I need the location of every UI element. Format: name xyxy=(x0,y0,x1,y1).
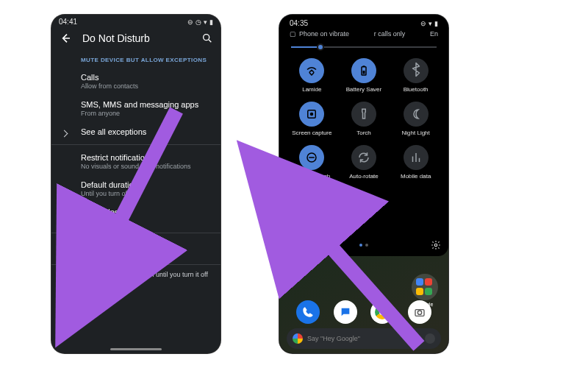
qs-tile-label: Mobile data xyxy=(401,173,431,180)
dnd-status-icon: ⊖ xyxy=(420,20,426,27)
folder-app-icon xyxy=(416,288,423,295)
bluetooth-icon xyxy=(404,58,429,83)
qs-tile-torch[interactable]: Torch xyxy=(339,102,390,142)
rotate-icon xyxy=(351,145,376,170)
vibrate-icon: ▢ xyxy=(290,30,296,38)
dnd-status-icon: ⊖ xyxy=(187,18,193,26)
qs-tile-label: Auto-rotate xyxy=(349,173,379,180)
search-button[interactable] xyxy=(201,32,213,44)
battery-icon: ▮ xyxy=(434,20,438,27)
moon-icon xyxy=(404,102,429,127)
row-duration-sub: Until you turn off xyxy=(81,190,213,197)
status-time: 04:41 xyxy=(59,18,77,26)
dock xyxy=(279,300,448,324)
qs-tile-auto-rotate[interactable]: Auto-rotate xyxy=(339,145,390,185)
settings-button[interactable] xyxy=(431,240,441,250)
folder-app-icon xyxy=(425,278,432,286)
status-bar: 04:41 ⊖ ◷ ▾ ▮ xyxy=(51,15,220,27)
messages-icon xyxy=(340,306,351,318)
page-title: Do Not Disturb xyxy=(82,32,201,44)
brightness-slider[interactable] xyxy=(291,42,437,52)
mic-icon xyxy=(425,333,435,344)
qs-tile-do-not-disturb[interactable]: Do not disturb xyxy=(287,145,337,185)
phone-app[interactable] xyxy=(296,300,320,324)
svg-point-0 xyxy=(204,35,209,40)
qs-header-left: Phone on vibrate xyxy=(299,30,349,38)
info-footer: i Do Not Disturb will stay on until you … xyxy=(51,264,220,286)
row-calls[interactable]: Calls Allow from contacts xyxy=(51,68,220,95)
status-time: 04:35 xyxy=(290,19,308,27)
svg-point-8 xyxy=(434,244,437,247)
divider xyxy=(51,233,220,233)
capture-icon xyxy=(299,102,324,127)
row-sms[interactable]: SMS, MMS and messaging apps From anyone xyxy=(51,95,220,122)
row-calls-label: Calls xyxy=(81,73,213,82)
row-restrict-label: Restrict notifications xyxy=(81,153,213,162)
svg-point-5 xyxy=(310,113,314,116)
row-see-all-label: See all exceptions xyxy=(81,127,213,136)
phone-icon xyxy=(302,306,314,318)
qs-tile-night-light[interactable]: Night Light xyxy=(390,102,441,142)
edit-tiles-button[interactable] xyxy=(287,240,297,250)
messages-app[interactable] xyxy=(334,300,357,324)
home-indicator[interactable] xyxy=(110,348,162,350)
wifi-icon: ▾ xyxy=(429,20,432,27)
torch-icon xyxy=(351,102,376,127)
row-default-duration[interactable]: Default duration Until you turn off xyxy=(51,175,220,202)
qs-tile-screen-capture[interactable]: Screen capture xyxy=(287,102,337,142)
google-search-bar[interactable]: Say "Hey Google" xyxy=(287,328,441,349)
qs-tile-label: Do not disturb xyxy=(293,173,330,180)
arrow-left-icon xyxy=(60,32,71,44)
svg-point-10 xyxy=(417,311,421,314)
app-bar: Do Not Disturb xyxy=(51,27,220,49)
battery-icon: ▮ xyxy=(209,18,213,26)
row-schedules-sub: Never xyxy=(81,217,213,224)
folder-app-icon xyxy=(425,288,432,295)
divider xyxy=(51,144,220,145)
qs-tile-label: Night Light xyxy=(402,130,430,136)
row-restrict-sub: No visuals or sound from notifications xyxy=(81,163,213,170)
status-icons: ⊖ ◷ ▾ ▮ xyxy=(187,18,213,26)
qs-footer xyxy=(279,238,448,252)
phone-settings-dnd: 04:41 ⊖ ◷ ▾ ▮ Do Not Disturb MUTE DEVICE… xyxy=(51,15,220,353)
info-icon: i xyxy=(60,271,69,280)
row-schedules-label: Schedules xyxy=(81,208,213,216)
section-header: MUTE DEVICE BUT ALLOW EXCEPTIONS xyxy=(51,49,220,68)
camera-icon xyxy=(414,306,426,318)
qs-tile-lamide[interactable]: Lamide xyxy=(287,58,337,99)
back-button[interactable] xyxy=(59,32,72,45)
qs-tile-bluetooth[interactable]: Bluetooth xyxy=(390,58,441,99)
status-bar: 04:35 ⊖ ▾ ▮ xyxy=(284,18,444,29)
clock-icon: ◷ xyxy=(196,18,201,26)
row-sms-label: SMS, MMS and messaging apps xyxy=(81,100,213,109)
qs-tile-label: Screen capture xyxy=(292,130,331,136)
info-text: Do Not Disturb will stay on until you tu… xyxy=(76,271,208,278)
row-see-all-exceptions[interactable]: See all exceptions xyxy=(51,122,220,141)
search-placeholder: Say "Hey Google" xyxy=(307,335,360,342)
qs-header-mid: r calls only xyxy=(374,30,406,38)
camera-app[interactable] xyxy=(408,300,431,324)
turn-off-now-button[interactable]: TURN OFF NOW xyxy=(81,242,151,258)
row-restrict-notifications[interactable]: Restrict notifications No visuals or sou… xyxy=(51,148,220,175)
qs-header-right: En xyxy=(430,30,438,38)
qs-tile-mobile-data[interactable]: Mobile data xyxy=(390,145,441,185)
phone-quick-settings: 04:35 ⊖ ▾ ▮ ▢ Phone on vibrate r calls o… xyxy=(279,15,448,353)
page-dot xyxy=(365,244,368,247)
battery-icon xyxy=(351,58,376,83)
slider-fill xyxy=(291,46,320,48)
qs-tile-label: Torch xyxy=(356,130,371,136)
page-dot xyxy=(359,244,362,247)
chrome-app[interactable] xyxy=(370,300,394,324)
data-icon xyxy=(404,145,429,170)
quick-settings-panel: 04:35 ⊖ ▾ ▮ ▢ Phone on vibrate r calls o… xyxy=(279,15,448,256)
qs-grid: LamideBattery SaverBluetoothScreen captu… xyxy=(284,58,444,185)
google-logo-icon xyxy=(293,333,303,344)
slider-thumb[interactable] xyxy=(317,43,324,51)
google-folder[interactable] xyxy=(412,274,438,300)
qs-tile-label: Battery Saver xyxy=(346,86,381,93)
qs-tile-label: Bluetooth xyxy=(404,86,429,93)
chrome-icon xyxy=(375,305,390,319)
qs-tile-battery-saver[interactable]: Battery Saver xyxy=(339,58,390,99)
row-schedules[interactable]: Schedules Never xyxy=(51,202,220,230)
folder-app-icon xyxy=(416,278,423,286)
